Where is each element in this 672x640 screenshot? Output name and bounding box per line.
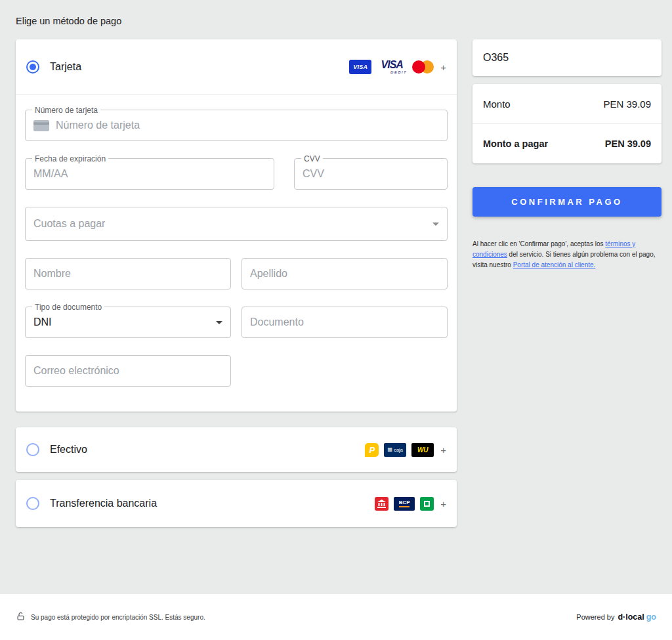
radio-efectivo[interactable] bbox=[26, 443, 39, 456]
terms-text: Al hacer clic en 'Confirmar pago', acept… bbox=[472, 239, 662, 270]
doc-type-label: Tipo de documento bbox=[32, 302, 104, 312]
method-transferencia-label: Transferencia bancaria bbox=[50, 498, 157, 509]
amount-label: Monto bbox=[483, 98, 511, 110]
bank-brand-icons: BCP + bbox=[375, 497, 446, 511]
first-name-input[interactable] bbox=[33, 268, 222, 280]
method-efectivo[interactable]: Efectivo P ▦ caja WU + bbox=[16, 427, 457, 472]
powered-by-text: Powered by bbox=[576, 613, 614, 621]
payment-methods-column: Tarjeta VISA VISA DEBIT + bbox=[16, 39, 457, 527]
method-tarjeta[interactable]: Tarjeta VISA VISA DEBIT + bbox=[16, 39, 457, 95]
cvv-label: CVV bbox=[301, 154, 323, 164]
card-number-input[interactable] bbox=[56, 119, 439, 131]
order-name: O365 bbox=[483, 52, 509, 64]
dlocal-go-logo: go bbox=[646, 612, 656, 622]
method-tarjeta-label: Tarjeta bbox=[50, 61, 81, 73]
western-union-icon: WU bbox=[411, 443, 434, 457]
more-bank-brands: + bbox=[440, 498, 446, 509]
last-name-input[interactable] bbox=[250, 268, 439, 280]
first-name-field[interactable] bbox=[25, 258, 231, 289]
chevron-down-icon bbox=[216, 321, 222, 324]
expiry-input[interactable] bbox=[33, 168, 266, 180]
content-area: Elige un método de pago Tarjeta VISA VIS… bbox=[0, 0, 672, 594]
amount-card: Monto PEN 39.09 Monto a pagar PEN 39.09 bbox=[472, 84, 662, 163]
cvv-field[interactable]: CVV bbox=[294, 158, 448, 190]
visa-icon: VISA bbox=[349, 60, 371, 74]
order-card: O365 bbox=[472, 39, 662, 76]
document-field[interactable] bbox=[242, 307, 448, 338]
mastercard-icon bbox=[412, 60, 434, 74]
installments-placeholder: Cuotas a pagar bbox=[33, 218, 105, 230]
card-brand-icons: VISA VISA DEBIT + bbox=[349, 60, 446, 74]
installments-select[interactable]: Cuotas a pagar bbox=[25, 207, 448, 241]
more-card-brands: + bbox=[440, 62, 446, 73]
footer: Su pago está protegido por encriptación … bbox=[0, 594, 672, 640]
powered-by: Powered by d·local go bbox=[576, 612, 656, 622]
method-transferencia[interactable]: Transferencia bancaria BCP + bbox=[16, 480, 457, 527]
bcp-icon: BCP bbox=[394, 497, 415, 511]
dlocal-logo: d·local bbox=[618, 612, 644, 622]
ssl-text: Su pago está protegido por encriptación … bbox=[31, 614, 205, 621]
doc-type-value: DNI bbox=[33, 316, 52, 328]
card-number-field[interactable]: Número de tarjeta bbox=[25, 110, 448, 141]
last-name-field[interactable] bbox=[242, 258, 448, 289]
summary-column: O365 Monto PEN 39.09 Monto a pagar PEN 3… bbox=[472, 39, 662, 270]
card-method-panel: Tarjeta VISA VISA DEBIT + bbox=[16, 39, 457, 412]
cvv-input[interactable] bbox=[303, 168, 439, 180]
expiry-field[interactable]: Fecha de expiración bbox=[25, 158, 274, 190]
email-field[interactable] bbox=[25, 355, 231, 387]
doc-type-select[interactable]: Tipo de documento DNI bbox=[25, 307, 231, 338]
radio-tarjeta[interactable] bbox=[26, 60, 39, 74]
email-input[interactable] bbox=[33, 365, 222, 377]
caja-icon: ▦ caja bbox=[384, 443, 406, 457]
ssl-notice: Su pago está protegido por encriptación … bbox=[16, 611, 205, 623]
radio-transferencia[interactable] bbox=[26, 497, 39, 510]
document-input[interactable] bbox=[250, 316, 439, 328]
page-title: Elige un método de pago bbox=[16, 16, 662, 26]
pagoefectivo-icon: P bbox=[365, 443, 379, 457]
bank-green-icon bbox=[420, 497, 434, 511]
card-form: Número de tarjeta Fecha de expiración bbox=[16, 95, 457, 412]
checkout-page: Elige un método de pago Tarjeta VISA VIS… bbox=[0, 0, 672, 640]
method-efectivo-label: Efectivo bbox=[50, 444, 87, 456]
total-row: Monto a pagar PEN 39.09 bbox=[472, 124, 662, 163]
total-value: PEN 39.09 bbox=[605, 139, 651, 149]
visa-debit-icon: VISA DEBIT bbox=[377, 60, 407, 74]
bank-red-icon bbox=[375, 497, 388, 511]
amount-value: PEN 39.09 bbox=[603, 98, 651, 110]
total-label: Monto a pagar bbox=[483, 139, 548, 149]
amount-row: Monto PEN 39.09 bbox=[472, 84, 662, 123]
support-portal-link[interactable]: Portal de atención al cliente. bbox=[513, 261, 596, 268]
more-cash-brands: + bbox=[440, 444, 446, 456]
chevron-down-icon bbox=[432, 223, 439, 226]
lock-icon bbox=[16, 611, 26, 623]
card-number-label: Número de tarjeta bbox=[32, 105, 100, 116]
confirm-payment-button[interactable]: CONFIRMAR PAGO bbox=[472, 187, 662, 217]
credit-card-icon bbox=[33, 120, 49, 131]
cash-brand-icons: P ▦ caja WU + bbox=[365, 443, 446, 457]
expiry-label: Fecha de expiración bbox=[32, 154, 108, 164]
